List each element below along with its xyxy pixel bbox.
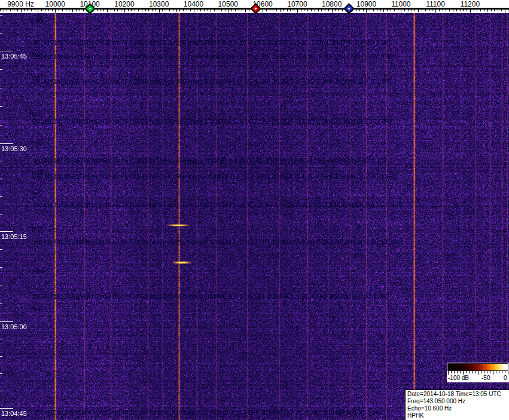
time-minor-tick xyxy=(0,179,2,179)
freq-tick xyxy=(107,10,108,12)
freq-tick xyxy=(100,10,100,11)
freq-tick xyxy=(332,10,333,13)
freq-tick xyxy=(103,10,104,11)
colorbar-tick xyxy=(484,371,484,373)
freq-tick xyxy=(273,10,273,11)
freq-tick xyxy=(41,10,42,11)
freq-tick xyxy=(470,10,471,13)
freq-tick xyxy=(142,10,142,12)
freq-tick xyxy=(266,10,267,11)
freq-tick xyxy=(10,10,11,11)
freq-tick xyxy=(204,10,205,11)
freq-tick xyxy=(72,10,73,12)
freq-tick xyxy=(173,10,173,11)
freq-label: 10700 xyxy=(287,0,307,8)
freq-tick xyxy=(7,10,7,11)
info-line-station: HPHK xyxy=(407,412,509,419)
spectrogram-app-window: 9900 Hz100001010010200103001040010500106… xyxy=(0,0,509,420)
time-major-tick xyxy=(0,143,13,144)
time-minor-tick xyxy=(0,249,2,250)
freq-tick xyxy=(463,10,464,11)
freq-tick xyxy=(394,10,395,11)
colorbar-tick xyxy=(457,371,458,373)
freq-label: 9900 Hz xyxy=(7,0,34,8)
time-offset-marker: ^t+35 xyxy=(29,111,43,118)
freq-tick xyxy=(176,10,177,12)
freq-tick xyxy=(55,10,56,13)
time-offset-marker: ^t+51 xyxy=(29,17,43,23)
time-minor-tick xyxy=(0,33,2,33)
freq-tick xyxy=(418,10,419,12)
time-offset-marker: ^t+02 xyxy=(31,306,45,312)
freq-tick xyxy=(449,10,450,11)
freq-tick xyxy=(508,10,508,11)
freq-tick xyxy=(383,10,384,12)
freq-tick xyxy=(487,10,488,12)
freq-tick xyxy=(242,10,242,11)
time-major-tick xyxy=(0,408,13,409)
colorbar-tick xyxy=(493,371,493,375)
freq-tick xyxy=(321,10,322,11)
freq-tick xyxy=(456,10,457,11)
freq-tick xyxy=(280,10,281,12)
freq-tick xyxy=(80,10,80,11)
freq-tick xyxy=(45,10,45,11)
freq-tick xyxy=(135,10,135,11)
info-line-date: Date=2014-10-18 Time=13:05 UTC xyxy=(407,391,509,398)
freq-tick xyxy=(297,10,298,13)
freq-tick xyxy=(152,10,153,11)
freq-tick xyxy=(484,10,484,11)
freq-tick xyxy=(218,10,218,11)
freq-tick xyxy=(443,10,443,11)
time-minor-tick xyxy=(0,356,2,357)
freq-tick xyxy=(412,10,412,11)
time-offset-marker: ^t+30 xyxy=(29,139,43,146)
time-label: 13:05:30 xyxy=(1,145,27,152)
freq-tick xyxy=(359,10,360,11)
freq-tick xyxy=(148,10,149,11)
freq-label: 11100 xyxy=(426,0,445,8)
time-minor-tick xyxy=(0,161,2,161)
freq-tick xyxy=(373,10,374,11)
freq-tick xyxy=(276,10,277,11)
freq-tick xyxy=(325,10,325,11)
freq-tick xyxy=(121,10,121,11)
blue-diamond-marker-icon xyxy=(343,3,354,14)
info-line-echo: Echo=10 600 Hz xyxy=(407,405,509,412)
colorbar-tick xyxy=(472,371,473,373)
colorbar-tick xyxy=(469,371,470,373)
freq-tick xyxy=(387,10,388,11)
freq-tick xyxy=(408,10,409,11)
time-minor-tick xyxy=(0,125,2,125)
freq-tick xyxy=(477,10,477,11)
colorbar-tick xyxy=(466,371,467,373)
colorbar-gradient xyxy=(447,363,508,371)
freq-tick xyxy=(318,10,319,11)
freq-tick xyxy=(467,10,467,11)
freq-tick xyxy=(439,10,440,11)
colorbar-tick xyxy=(460,371,461,373)
freq-tick xyxy=(128,10,129,11)
freq-tick xyxy=(214,10,215,11)
freq-tick xyxy=(221,10,222,11)
detection-log-line: 20141018130535784 hCnt30 nb-77 f10899 hi… xyxy=(33,78,392,85)
freq-tick xyxy=(156,10,156,11)
time-minor-tick xyxy=(0,373,2,374)
detection-log-line: 20141018130516388 hCnt26 nb-77 f10349 hi… xyxy=(33,202,402,209)
detection-log-line: 20141018130525784 hCnt28 nb-76 f10899 hi… xyxy=(33,158,388,164)
freq-tick xyxy=(159,10,160,13)
freq-tick xyxy=(31,10,32,11)
time-label: 13:05:45 xyxy=(1,53,27,60)
time-offset-marker: ^t+16 xyxy=(29,225,43,232)
detection-log-line: 20141018130443484 hCnt23 nb-78 f10367 hi… xyxy=(34,409,383,416)
detection-log-line: 20141018130530688 hCnt29 nb-76 f10900 hi… xyxy=(33,118,392,125)
freq-tick xyxy=(290,10,291,11)
info-line-freq: Freq=143 050 000 Hz xyxy=(407,398,509,405)
freq-tick xyxy=(498,10,498,11)
detection-log-line: 20141018130545388 hCnt32 nb-78 f10800 hi… xyxy=(33,39,391,46)
colorbar-tick xyxy=(505,371,505,373)
freq-tick xyxy=(501,10,502,11)
freq-tick xyxy=(200,10,201,11)
freq-tick xyxy=(315,10,315,12)
freq-label: 10000 xyxy=(45,0,65,8)
